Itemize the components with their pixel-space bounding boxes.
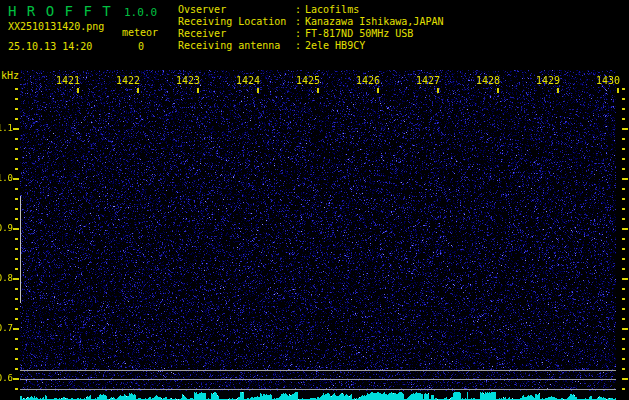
y-axis-tick-minor-right	[622, 98, 625, 100]
y-axis-tick-minor	[15, 388, 18, 390]
y-axis-tick-major-right	[622, 128, 628, 130]
y-axis-tick-minor	[15, 118, 18, 120]
y-axis-tick-minor-right	[622, 288, 625, 290]
x-axis-label: 1425	[295, 75, 321, 86]
info-label: Receiving Location	[178, 16, 295, 28]
x-axis-label: 1427	[415, 75, 441, 86]
y-axis-tick-minor	[15, 218, 18, 220]
x-axis-label: 1421	[55, 75, 81, 86]
x-axis-tick	[257, 88, 259, 93]
x-axis-tick	[377, 88, 379, 93]
info-label: Receiving antenna	[178, 40, 295, 52]
y-axis-tick-minor-right	[622, 88, 625, 90]
y-axis-tick-minor	[15, 168, 18, 170]
y-axis-tick-minor	[15, 248, 18, 250]
y-axis-tick-minor	[15, 138, 18, 140]
y-axis-tick-major-right	[622, 228, 628, 230]
x-axis-label: 1429	[535, 75, 561, 86]
y-axis-tick-minor-right	[622, 208, 625, 210]
y-axis-tick-minor	[15, 368, 18, 370]
y-axis-label: 1.0	[0, 173, 13, 183]
x-axis-label: 1430	[595, 75, 621, 86]
y-axis-tick-minor-right	[622, 318, 625, 320]
y-axis-tick-minor-right	[622, 268, 625, 270]
station-info-row: Receiving antenna:2ele HB9CY	[178, 40, 443, 52]
y-axis-tick-minor-right	[622, 218, 625, 220]
y-axis-tick-minor	[15, 98, 18, 100]
y-axis-tick-minor-right	[622, 308, 625, 310]
info-label: Receiver	[178, 28, 295, 40]
y-axis-tick-minor	[15, 188, 18, 190]
y-axis-label: 0.9	[0, 223, 13, 233]
x-axis-label: 1426	[355, 75, 381, 86]
y-axis-unit-label: kHz	[1, 70, 19, 81]
y-axis-tick-major-right	[622, 178, 628, 180]
y-axis-tick-minor-right	[622, 238, 625, 240]
y-axis-tick-minor	[15, 258, 18, 260]
y-axis-tick-minor	[15, 268, 18, 270]
y-axis-tick-minor-right	[622, 168, 625, 170]
x-axis-tick	[137, 88, 139, 93]
y-axis-tick-minor	[15, 338, 18, 340]
y-axis-tick-major	[13, 178, 19, 180]
mode-label: meteor	[122, 27, 158, 38]
x-axis-tick	[557, 88, 559, 93]
y-axis-tick-minor	[15, 158, 18, 160]
y-axis-tick-minor	[15, 208, 18, 210]
y-axis-tick-minor-right	[622, 138, 625, 140]
x-axis-tick	[617, 88, 619, 93]
x-axis-label: 1424	[235, 75, 261, 86]
station-info-row: Ovserver:Lacofilms	[178, 4, 443, 16]
y-axis-tick-minor	[15, 348, 18, 350]
info-label: Ovserver	[178, 4, 295, 16]
y-axis-tick-minor-right	[622, 158, 625, 160]
y-axis-tick-minor-right	[622, 108, 625, 110]
y-axis-tick-minor	[15, 148, 18, 150]
y-axis-tick-minor	[15, 318, 18, 320]
y-axis-tick-minor-right	[622, 248, 625, 250]
y-axis-tick-major-right	[622, 378, 628, 380]
y-axis-tick-minor	[15, 198, 18, 200]
x-axis-label: 1422	[115, 75, 141, 86]
timestamp: 25.10.13 14:20	[8, 41, 92, 52]
x-axis-tick	[77, 88, 79, 93]
hrofft-window: H R O F F T 1.0.0 XX2510131420.png meteo…	[0, 0, 629, 400]
y-axis-tick-minor-right	[622, 118, 625, 120]
x-axis-tick	[497, 88, 499, 93]
y-axis-tick-major-right	[622, 328, 628, 330]
info-value: Lacofilms	[305, 4, 359, 15]
y-axis-label: 0.8	[0, 273, 13, 283]
y-axis-label: 0.7	[0, 323, 13, 333]
info-value: 2ele HB9CY	[305, 40, 365, 51]
spectrogram-canvas	[20, 70, 616, 400]
y-axis-tick-minor	[15, 308, 18, 310]
output-filename: XX2510131420.png	[8, 21, 104, 32]
meteor-count: 0	[138, 41, 144, 52]
station-info-row: Receiver:FT-817ND 50MHz USB	[178, 28, 443, 40]
y-axis-tick-minor-right	[622, 148, 625, 150]
y-axis-tick-minor-right	[622, 348, 625, 350]
y-axis-tick-minor-right	[622, 368, 625, 370]
y-axis-tick-minor	[15, 358, 18, 360]
x-axis-tick	[437, 88, 439, 93]
y-axis-tick-major	[13, 278, 19, 280]
y-axis-tick-minor	[15, 238, 18, 240]
y-axis-tick-minor	[15, 88, 18, 90]
station-info-row: Receiving Location:Kanazawa Ishikawa,JAP…	[178, 16, 443, 28]
y-axis-tick-minor-right	[622, 258, 625, 260]
info-separator: :	[295, 28, 305, 40]
x-axis-tick	[197, 88, 199, 93]
y-axis-tick-major	[13, 228, 19, 230]
station-info-block: Ovserver:LacofilmsReceiving Location:Kan…	[178, 4, 443, 52]
x-axis-label: 1423	[175, 75, 201, 86]
app-title: H R O F F T	[8, 3, 112, 19]
info-value: Kanazawa Ishikawa,JAPAN	[305, 16, 443, 27]
y-axis-label: 0.6	[0, 373, 13, 383]
app-version: 1.0.0	[124, 6, 157, 19]
y-axis-tick-minor-right	[622, 388, 625, 390]
y-axis-tick-major	[13, 128, 19, 130]
y-axis-tick-minor	[15, 288, 18, 290]
x-axis-label: 1428	[475, 75, 501, 86]
y-axis-tick-major	[13, 328, 19, 330]
y-axis-tick-minor-right	[622, 198, 625, 200]
